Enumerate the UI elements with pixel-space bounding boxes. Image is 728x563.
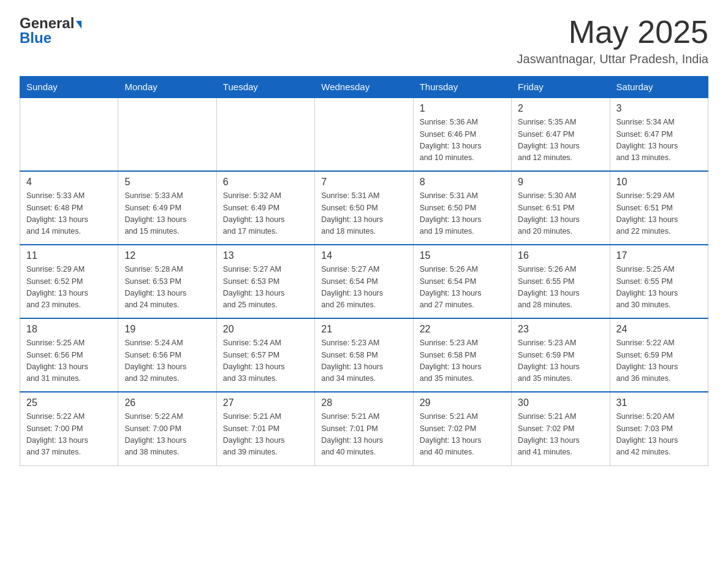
- logo-blue-text: Blue: [20, 29, 51, 47]
- day-number: 11: [26, 250, 112, 261]
- day-number: 6: [223, 177, 308, 188]
- calendar-week-row: 25Sunrise: 5:22 AM Sunset: 7:00 PM Dayli…: [20, 392, 708, 465]
- day-info: Sunrise: 5:32 AM Sunset: 6:49 PM Dayligh…: [223, 190, 308, 238]
- day-info: Sunrise: 5:33 AM Sunset: 6:48 PM Dayligh…: [26, 190, 112, 238]
- day-number: 16: [518, 250, 603, 261]
- day-number: 28: [321, 397, 406, 408]
- day-of-week-header: Wednesday: [315, 77, 413, 98]
- day-info: Sunrise: 5:24 AM Sunset: 6:57 PM Dayligh…: [223, 337, 308, 385]
- day-info: Sunrise: 5:27 AM Sunset: 6:53 PM Dayligh…: [223, 264, 308, 312]
- day-number: 23: [518, 324, 603, 335]
- day-info: Sunrise: 5:26 AM Sunset: 6:54 PM Dayligh…: [420, 264, 505, 312]
- month-year-title: May 2025: [517, 15, 708, 50]
- day-number: 20: [223, 324, 308, 335]
- day-info: Sunrise: 5:29 AM Sunset: 6:52 PM Dayligh…: [26, 264, 112, 312]
- day-number: 14: [321, 250, 406, 261]
- calendar-cell: 19Sunrise: 5:24 AM Sunset: 6:56 PM Dayli…: [118, 318, 216, 392]
- calendar-cell: 3Sunrise: 5:34 AM Sunset: 6:47 PM Daylig…: [610, 98, 708, 171]
- day-number: 3: [616, 103, 702, 114]
- day-number: 8: [420, 177, 505, 188]
- day-info: Sunrise: 5:34 AM Sunset: 6:47 PM Dayligh…: [616, 117, 702, 164]
- day-number: 27: [223, 397, 308, 408]
- calendar-cell: 31Sunrise: 5:20 AM Sunset: 7:03 PM Dayli…: [610, 392, 708, 465]
- calendar-cell: 27Sunrise: 5:21 AM Sunset: 7:01 PM Dayli…: [216, 392, 314, 465]
- day-info: Sunrise: 5:21 AM Sunset: 7:02 PM Dayligh…: [518, 411, 603, 459]
- day-of-week-header: Thursday: [413, 77, 511, 98]
- day-number: 9: [518, 177, 603, 188]
- calendar-cell: 20Sunrise: 5:24 AM Sunset: 6:57 PM Dayli…: [216, 318, 314, 392]
- calendar-cell: 4Sunrise: 5:33 AM Sunset: 6:48 PM Daylig…: [20, 171, 118, 245]
- calendar-cell: 7Sunrise: 5:31 AM Sunset: 6:50 PM Daylig…: [315, 171, 413, 245]
- calendar-cell: 30Sunrise: 5:21 AM Sunset: 7:02 PM Dayli…: [512, 392, 610, 465]
- calendar-cell: 16Sunrise: 5:26 AM Sunset: 6:55 PM Dayli…: [512, 245, 610, 318]
- day-info: Sunrise: 5:21 AM Sunset: 7:02 PM Dayligh…: [420, 411, 505, 459]
- day-info: Sunrise: 5:22 AM Sunset: 7:00 PM Dayligh…: [124, 411, 210, 459]
- day-number: 31: [616, 397, 702, 408]
- day-info: Sunrise: 5:23 AM Sunset: 6:59 PM Dayligh…: [518, 337, 603, 385]
- day-info: Sunrise: 5:31 AM Sunset: 6:50 PM Dayligh…: [321, 190, 406, 238]
- calendar-cell: [20, 98, 118, 171]
- calendar-cell: 22Sunrise: 5:23 AM Sunset: 6:58 PM Dayli…: [413, 318, 511, 392]
- day-number: 17: [616, 250, 702, 261]
- calendar-cell: 21Sunrise: 5:23 AM Sunset: 6:58 PM Dayli…: [315, 318, 413, 392]
- day-number: 12: [124, 250, 210, 261]
- day-of-week-header: Monday: [118, 77, 216, 98]
- day-info: Sunrise: 5:28 AM Sunset: 6:53 PM Dayligh…: [124, 264, 210, 312]
- day-of-week-header: Friday: [512, 77, 610, 98]
- location-subtitle: Jaswantnagar, Uttar Pradesh, India: [517, 52, 708, 66]
- calendar-cell: [216, 98, 314, 171]
- day-info: Sunrise: 5:35 AM Sunset: 6:47 PM Dayligh…: [518, 117, 603, 164]
- day-info: Sunrise: 5:21 AM Sunset: 7:01 PM Dayligh…: [321, 411, 406, 459]
- logo: General Blue: [20, 15, 82, 47]
- day-info: Sunrise: 5:25 AM Sunset: 6:56 PM Dayligh…: [26, 337, 112, 385]
- calendar-cell: 28Sunrise: 5:21 AM Sunset: 7:01 PM Dayli…: [315, 392, 413, 465]
- calendar-cell: 9Sunrise: 5:30 AM Sunset: 6:51 PM Daylig…: [512, 171, 610, 245]
- day-info: Sunrise: 5:22 AM Sunset: 7:00 PM Dayligh…: [26, 411, 112, 459]
- day-info: Sunrise: 5:23 AM Sunset: 6:58 PM Dayligh…: [420, 337, 505, 385]
- day-number: 29: [420, 397, 505, 408]
- calendar-cell: 26Sunrise: 5:22 AM Sunset: 7:00 PM Dayli…: [118, 392, 216, 465]
- day-info: Sunrise: 5:31 AM Sunset: 6:50 PM Dayligh…: [420, 190, 505, 238]
- day-info: Sunrise: 5:22 AM Sunset: 6:59 PM Dayligh…: [616, 337, 702, 385]
- day-info: Sunrise: 5:23 AM Sunset: 6:58 PM Dayligh…: [321, 337, 406, 385]
- day-info: Sunrise: 5:36 AM Sunset: 6:46 PM Dayligh…: [420, 117, 505, 164]
- calendar-cell: 5Sunrise: 5:33 AM Sunset: 6:49 PM Daylig…: [118, 171, 216, 245]
- day-of-week-header: Sunday: [20, 77, 118, 98]
- calendar-cell: 23Sunrise: 5:23 AM Sunset: 6:59 PM Dayli…: [512, 318, 610, 392]
- day-number: 4: [26, 177, 112, 188]
- day-number: 15: [420, 250, 505, 261]
- calendar-week-row: 11Sunrise: 5:29 AM Sunset: 6:52 PM Dayli…: [20, 245, 708, 318]
- day-number: 13: [223, 250, 308, 261]
- calendar-cell: 1Sunrise: 5:36 AM Sunset: 6:46 PM Daylig…: [413, 98, 511, 171]
- day-info: Sunrise: 5:33 AM Sunset: 6:49 PM Dayligh…: [124, 190, 210, 238]
- calendar-cell: 6Sunrise: 5:32 AM Sunset: 6:49 PM Daylig…: [216, 171, 314, 245]
- calendar-week-row: 4Sunrise: 5:33 AM Sunset: 6:48 PM Daylig…: [20, 171, 708, 245]
- calendar-cell: 24Sunrise: 5:22 AM Sunset: 6:59 PM Dayli…: [610, 318, 708, 392]
- day-of-week-header: Saturday: [610, 77, 708, 98]
- title-block: May 2025 Jaswantnagar, Uttar Pradesh, In…: [517, 15, 708, 66]
- day-number: 22: [420, 324, 505, 335]
- calendar-cell: 15Sunrise: 5:26 AM Sunset: 6:54 PM Dayli…: [413, 245, 511, 318]
- day-number: 24: [616, 324, 702, 335]
- day-info: Sunrise: 5:30 AM Sunset: 6:51 PM Dayligh…: [518, 190, 603, 238]
- calendar-cell: 29Sunrise: 5:21 AM Sunset: 7:02 PM Dayli…: [413, 392, 511, 465]
- calendar-week-row: 18Sunrise: 5:25 AM Sunset: 6:56 PM Dayli…: [20, 318, 708, 392]
- day-number: 21: [321, 324, 406, 335]
- day-number: 5: [124, 177, 210, 188]
- day-info: Sunrise: 5:24 AM Sunset: 6:56 PM Dayligh…: [124, 337, 210, 385]
- calendar-table: SundayMondayTuesdayWednesdayThursdayFrid…: [20, 76, 708, 466]
- calendar-cell: 12Sunrise: 5:28 AM Sunset: 6:53 PM Dayli…: [118, 245, 216, 318]
- calendar-header-row: SundayMondayTuesdayWednesdayThursdayFrid…: [20, 77, 708, 98]
- calendar-cell: 25Sunrise: 5:22 AM Sunset: 7:00 PM Dayli…: [20, 392, 118, 465]
- calendar-cell: [315, 98, 413, 171]
- calendar-cell: 18Sunrise: 5:25 AM Sunset: 6:56 PM Dayli…: [20, 318, 118, 392]
- calendar-cell: [118, 98, 216, 171]
- day-info: Sunrise: 5:29 AM Sunset: 6:51 PM Dayligh…: [616, 190, 702, 238]
- day-number: 25: [26, 397, 112, 408]
- day-number: 1: [420, 103, 505, 114]
- page-header: General Blue May 2025 Jaswantnagar, Utta…: [20, 15, 708, 66]
- day-number: 30: [518, 397, 603, 408]
- calendar-cell: 17Sunrise: 5:25 AM Sunset: 6:55 PM Dayli…: [610, 245, 708, 318]
- calendar-cell: 11Sunrise: 5:29 AM Sunset: 6:52 PM Dayli…: [20, 245, 118, 318]
- day-info: Sunrise: 5:26 AM Sunset: 6:55 PM Dayligh…: [518, 264, 603, 312]
